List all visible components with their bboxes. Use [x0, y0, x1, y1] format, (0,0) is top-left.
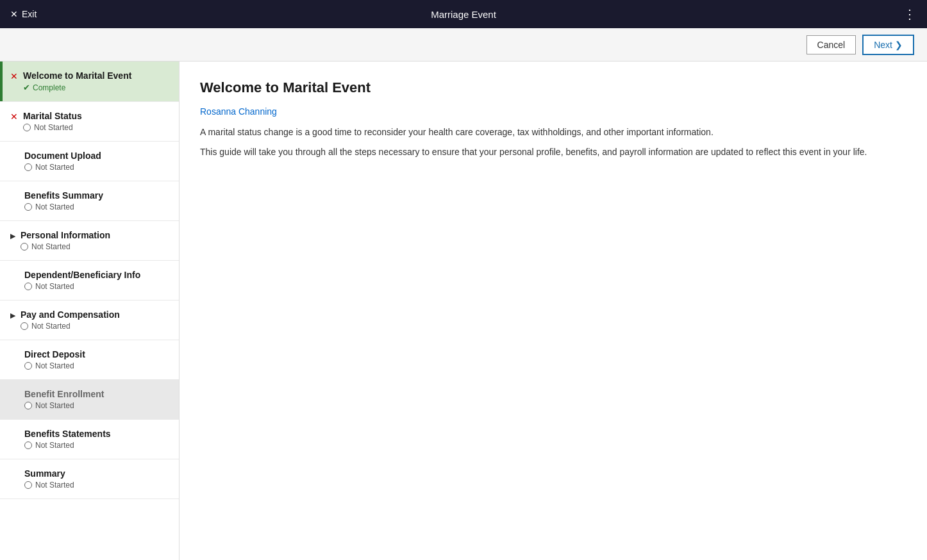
expand-icon: ▶ — [10, 311, 15, 320]
sidebar-item-dependent-beneficiary[interactable]: Dependent/Beneficiary Info Not Started — [0, 261, 179, 301]
sidebar-item-summary[interactable]: Summary Not Started — [0, 459, 179, 499]
sidebar-item-benefits-summary[interactable]: Benefits Summary Not Started — [0, 181, 179, 221]
status-circle — [21, 322, 28, 330]
sidebar-item-benefit-enrollment[interactable]: Benefit Enrollment Not Started — [0, 380, 179, 420]
sidebar-item-status: Not Started — [35, 481, 74, 490]
complete-icon: ✔ — [23, 83, 30, 92]
status-circle — [24, 283, 32, 290]
action-bar: Cancel Next ❯ — [0, 28, 927, 62]
status-circle — [24, 203, 32, 211]
main-layout: ✕ Welcome to Marital Event ✔ Complete ✕ … — [0, 62, 927, 560]
sidebar-item-status: Complete — [33, 83, 65, 92]
next-label: Next — [874, 40, 892, 50]
next-icon: ❯ — [895, 40, 903, 50]
sidebar-item-title: Document Upload — [24, 151, 169, 161]
content-person-name: Rosanna Channing — [200, 106, 906, 117]
sidebar-item-status: Not Started — [35, 163, 74, 172]
menu-button[interactable]: ⋮ — [903, 6, 917, 22]
sidebar-item-benefits-statements[interactable]: Benefits Statements Not Started — [0, 420, 179, 459]
sidebar-item-document-upload[interactable]: Document Upload Not Started — [0, 142, 179, 181]
next-button[interactable]: Next ❯ — [862, 35, 914, 55]
sidebar-item-title: Dependent/Beneficiary Info — [24, 270, 169, 280]
sidebar-item-pay-compensation[interactable]: ▶ Pay and Compensation Not Started — [0, 301, 179, 340]
status-circle — [23, 124, 31, 131]
cancel-button[interactable]: Cancel — [806, 35, 856, 54]
status-circle — [24, 441, 32, 449]
top-bar: ✕ Exit Marriage Event ⋮ — [0, 0, 927, 28]
sidebar-item-status: Not Started — [34, 123, 73, 132]
sidebar-item-status: Not Started — [31, 322, 71, 331]
sidebar-item-status: Not Started — [35, 202, 74, 211]
exit-label: Exit — [22, 9, 37, 19]
sidebar-item-title: Benefits Statements — [24, 429, 169, 439]
sidebar-item-status: Not Started — [35, 401, 74, 410]
sidebar-item-title: Summary — [24, 468, 169, 479]
sidebar-item-direct-deposit[interactable]: Direct Deposit Not Started — [0, 340, 179, 380]
sidebar-item-title: Benefits Summary — [24, 190, 169, 201]
required-icon: ✕ — [10, 71, 18, 81]
status-circle — [24, 362, 32, 370]
sidebar-item-welcome[interactable]: ✕ Welcome to Marital Event ✔ Complete — [0, 62, 179, 102]
sidebar-item-title: Marital Status — [23, 111, 169, 121]
sidebar-item-status: Not Started — [35, 361, 74, 370]
sidebar-item-title: Direct Deposit — [24, 349, 169, 359]
status-circle — [24, 481, 32, 489]
sidebar-item-status: Not Started — [31, 242, 71, 251]
sidebar-item-marital-status[interactable]: ✕ Marital Status Not Started — [0, 102, 179, 142]
page-title: Marriage Event — [431, 9, 496, 20]
sidebar-item-title: Benefit Enrollment — [24, 389, 169, 399]
content-title: Welcome to Marital Event — [200, 79, 906, 96]
sidebar-item-status: Not Started — [35, 282, 74, 291]
content-paragraph-2: This guide will take you through all the… — [200, 145, 906, 159]
status-circle — [24, 163, 32, 171]
status-circle — [21, 243, 28, 251]
exit-icon: ✕ — [10, 9, 18, 19]
content-area: Welcome to Marital Event Rosanna Channin… — [180, 62, 927, 560]
sidebar-item-title: Pay and Compensation — [21, 309, 169, 320]
exit-button[interactable]: ✕ Exit — [10, 9, 37, 19]
expand-icon: ▶ — [10, 232, 15, 240]
sidebar-item-status: Not Started — [35, 441, 74, 450]
sidebar: ✕ Welcome to Marital Event ✔ Complete ✕ … — [0, 62, 180, 560]
sidebar-item-personal-information[interactable]: ▶ Personal Information Not Started — [0, 221, 179, 261]
sidebar-item-title: Personal Information — [21, 230, 169, 240]
required-icon: ✕ — [10, 111, 18, 122]
status-circle — [24, 402, 32, 409]
content-paragraph-1: A marital status change is a good time t… — [200, 126, 906, 139]
sidebar-item-title: Welcome to Marital Event — [23, 70, 169, 81]
